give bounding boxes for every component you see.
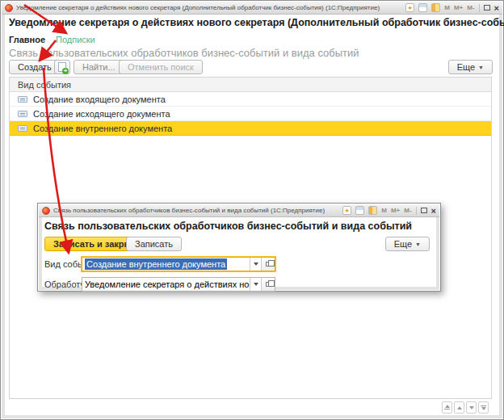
find-button[interactable]: Найти...: [74, 60, 124, 74]
open-link-icon[interactable]: [355, 206, 364, 215]
open-link-icon[interactable]: [418, 3, 427, 12]
save-link-icon[interactable]: ★: [342, 206, 351, 215]
tab-glavnoe[interactable]: Главное: [9, 35, 45, 44]
go-prev-button[interactable]: [454, 401, 464, 414]
font-scale-up-button[interactable]: M+: [454, 4, 463, 11]
titlebar-separator: [416, 207, 417, 215]
create-new-icon-button[interactable]: [54, 60, 70, 74]
open-value-button[interactable]: [261, 278, 275, 291]
open-value-button[interactable]: [261, 258, 275, 271]
row-label: Создание исходящего документа: [33, 109, 170, 119]
dialog-titlebar-title: Связь пользовательских обработчиков бизн…: [53, 207, 339, 214]
help-icon[interactable]: [431, 3, 440, 12]
main-titlebar: Уведомление секретаря о действиях нового…: [2, 2, 502, 15]
create-button[interactable]: Создать: [9, 60, 61, 74]
chevron-down-icon: ▼: [415, 242, 421, 247]
document-plus-icon: [58, 62, 66, 72]
list-nav-strip: [442, 401, 489, 414]
event-item-icon: [18, 125, 27, 132]
event-kind-value[interactable]: Создание внутреннего документа: [82, 258, 250, 271]
column-header-vid-sobytiya[interactable]: Вид события: [10, 78, 491, 92]
event-kind-field[interactable]: Создание внутреннего документа: [82, 257, 275, 271]
chevron-down-icon: [254, 262, 258, 266]
chevron-down-icon: [254, 283, 258, 286]
more-button-label: Еще: [457, 62, 475, 72]
maximize-icon[interactable]: [421, 208, 427, 213]
1c-app-icon: [5, 4, 13, 12]
main-titlebar-title: Уведомление секретаря о действиях нового…: [16, 4, 402, 11]
more-button-label: Еще: [394, 239, 412, 249]
table-row[interactable]: Создание исходящего документа: [10, 107, 491, 121]
go-last-button[interactable]: [478, 401, 489, 414]
link-dialog: Связь пользовательских обработчиков бизн…: [37, 203, 441, 292]
titlebar-separator: [479, 4, 480, 12]
table-row[interactable]: Создание входящего документа: [10, 92, 491, 107]
table-row-selected[interactable]: Создание внутреннего документа: [10, 121, 491, 136]
handler-field[interactable]: Уведомление секретаря о действиях нового…: [82, 277, 275, 292]
close-icon[interactable]: ×: [494, 4, 499, 12]
event-item-icon: [18, 96, 27, 103]
tab-podpiski[interactable]: Подписки: [56, 35, 95, 44]
page-title: Уведомление секретаря о действиях нового…: [9, 17, 504, 28]
font-scale-down-button[interactable]: M-: [404, 207, 411, 214]
open-link-squares-icon: [266, 262, 271, 267]
chevron-down-icon: ▼: [478, 65, 484, 70]
row-label: Создание внутреннего документа: [33, 124, 172, 133]
section-heading: Связь пользовательских обработчиков бизн…: [9, 47, 359, 59]
help-icon[interactable]: [368, 206, 377, 215]
close-icon[interactable]: ×: [431, 207, 436, 215]
more-button-main[interactable]: Еще ▼: [448, 60, 493, 74]
handler-value[interactable]: Уведомление секретаря о действиях нового…: [82, 278, 250, 291]
font-scale-normal-button[interactable]: M: [444, 4, 450, 11]
font-scale-down-button[interactable]: M-: [467, 4, 474, 11]
more-button-dialog[interactable]: Еще ▼: [385, 237, 430, 251]
cancel-search-button: Отменить поиск: [119, 60, 203, 74]
1c-app-icon: [42, 207, 50, 215]
save-link-icon[interactable]: ★: [405, 3, 414, 12]
dialog-titlebar: Связь пользовательских обработчиков бизн…: [39, 204, 439, 217]
selected-text: Создание внутреннего документа: [85, 258, 227, 270]
go-first-button[interactable]: [442, 401, 452, 414]
open-link-squares-icon: [266, 282, 271, 287]
font-scale-normal-button[interactable]: M: [381, 207, 387, 214]
event-item-icon: [18, 111, 27, 117]
font-scale-up-button[interactable]: M+: [391, 207, 400, 214]
go-next-button[interactable]: [466, 401, 477, 414]
dropdown-button[interactable]: [250, 258, 261, 271]
row-label: Создание входящего документа: [33, 94, 166, 104]
maximize-icon[interactable]: [484, 5, 490, 10]
dialog-title: Связь пользовательских обработчиков бизн…: [44, 220, 412, 232]
dropdown-button[interactable]: [250, 278, 261, 291]
save-button[interactable]: Записать: [126, 237, 182, 251]
